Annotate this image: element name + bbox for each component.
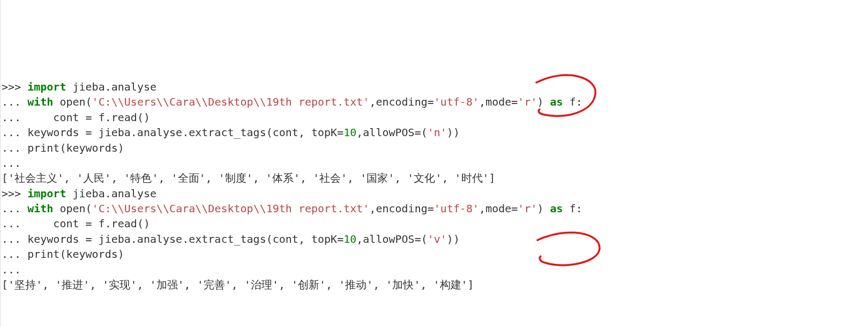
as-var: f:: [563, 202, 582, 215]
keyword-as: as: [550, 202, 563, 215]
arg-encoding: ,encoding=: [369, 202, 433, 215]
repl-continuation: ...: [2, 233, 27, 246]
string-pos-v: 'v': [428, 233, 447, 246]
repl-continuation: ...: [2, 248, 27, 261]
repl-continuation: ...: [2, 126, 27, 139]
number-topk: 10: [343, 233, 356, 246]
module-name: jieba.analyse: [72, 187, 156, 200]
extract-call-prefix: keywords = jieba.analyse.extract_tags(co…: [27, 233, 343, 246]
print-call: print(keywords): [27, 248, 124, 261]
annotation-circle-v: [519, 214, 610, 277]
code-line: ... print(keywords): [2, 142, 124, 154]
keywords-output-1: ['社会主义', '人民', '特色', '全面', '制度', '体系', '…: [2, 172, 496, 184]
keyword-with: with: [27, 95, 53, 108]
string-mode: 'r': [518, 95, 537, 108]
keyword-with: with: [27, 202, 53, 215]
arg-allowpos: ,allowPOS=(: [356, 233, 427, 246]
string-pos-n: 'n': [428, 126, 447, 139]
code-line: ... with open('C:\\Users\\Cara\\Desktop\…: [2, 202, 582, 215]
read-line: cont = f.read(): [53, 111, 150, 124]
keyword-as: as: [550, 95, 563, 108]
code-line: ... keywords = jieba.analyse.extract_tag…: [2, 126, 460, 139]
repl-continuation: ...: [2, 157, 27, 169]
output-line: ['社会主义', '人民', '特色', '全面', '制度', '体系', '…: [2, 172, 496, 184]
keyword-import: import: [27, 80, 66, 93]
string-encoding: 'utf-8': [434, 95, 479, 108]
as-var: f:: [563, 95, 582, 108]
code-line: ... with open('C:\\Users\\Cara\\Desktop\…: [2, 95, 582, 108]
annotation-circle-n: [515, 58, 606, 131]
module-name: jieba.analyse: [72, 80, 156, 93]
extract-call-prefix: keywords = jieba.analyse.extract_tags(co…: [27, 126, 343, 139]
space: [53, 202, 59, 215]
read-line: cont = f.read(): [53, 217, 150, 230]
number-topk: 10: [343, 126, 356, 139]
code-line: ... print(keywords): [2, 248, 124, 261]
repl-continuation: ...: [2, 111, 27, 124]
repl-prompt: >>>: [2, 80, 27, 93]
space: [66, 80, 72, 93]
open-call: open(: [59, 202, 92, 215]
string-encoding: 'utf-8': [434, 202, 479, 215]
code-line: ...: [2, 263, 27, 276]
string-path: 'C:\\Users\\Cara\\Desktop\\19th report.t…: [92, 95, 370, 108]
code-line: ... cont = f.read(): [2, 217, 150, 230]
repl-continuation: ...: [2, 142, 27, 154]
output-line: ['坚持', '推进', '实现', '加强', '完善', '治理', '创新…: [2, 278, 474, 291]
code-line: ... cont = f.read(): [2, 111, 150, 124]
repl-continuation: ...: [2, 95, 27, 108]
repl-continuation: ...: [2, 217, 27, 230]
close-parens: )): [447, 126, 460, 139]
space: [53, 95, 59, 108]
code-line: >>> import jieba.analyse: [2, 80, 156, 93]
arg-mode: ,mode=: [479, 95, 518, 108]
close-paren: ): [537, 95, 550, 108]
string-mode: 'r': [518, 202, 537, 215]
indent: [27, 111, 53, 124]
keyword-import: import: [27, 187, 66, 200]
arg-mode: ,mode=: [479, 202, 518, 215]
arg-allowpos: ,allowPOS=(: [356, 126, 427, 139]
close-paren: ): [537, 202, 550, 215]
arg-encoding: ,encoding=: [369, 95, 433, 108]
repl-continuation: ...: [2, 202, 27, 215]
code-line: >>> import jieba.analyse: [2, 187, 156, 200]
open-call: open(: [59, 95, 92, 108]
repl-continuation: ...: [2, 263, 27, 276]
repl-prompt: >>>: [2, 187, 27, 200]
indent: [27, 217, 53, 230]
keywords-output-2: ['坚持', '推进', '实现', '加强', '完善', '治理', '创新…: [2, 278, 474, 291]
code-line: ... keywords = jieba.analyse.extract_tag…: [2, 233, 460, 246]
space: [66, 187, 72, 200]
string-path: 'C:\\Users\\Cara\\Desktop\\19th report.t…: [92, 202, 370, 215]
close-parens: )): [447, 233, 460, 246]
print-call: print(keywords): [27, 142, 124, 154]
code-line: ...: [2, 157, 27, 169]
